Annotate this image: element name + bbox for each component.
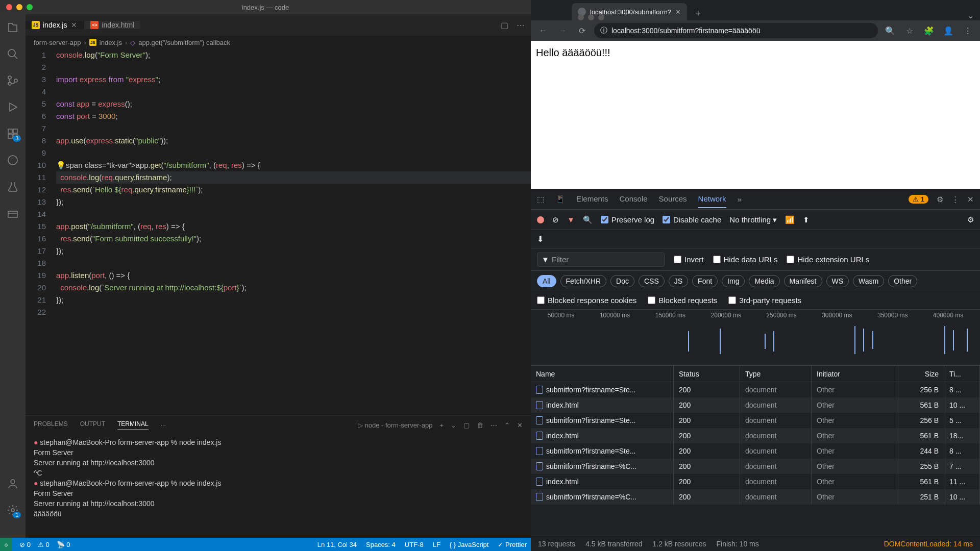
remote-indicator[interactable]: ⟐ xyxy=(0,538,12,551)
editor-tab[interactable]: <>index.html xyxy=(84,21,140,29)
indentation[interactable]: Spaces: 4 xyxy=(366,541,396,548)
terminal-task-dropdown[interactable]: ▷ node - form-server-app xyxy=(358,421,433,429)
terminal-content[interactable]: ● stephan@MacBook-Pro form-server-app % … xyxy=(26,434,531,538)
cursor-position[interactable]: Ln 11, Col 34 xyxy=(317,541,357,548)
timeline[interactable]: 50000 ms100000 ms150000 ms200000 ms25000… xyxy=(531,310,980,366)
column-header[interactable]: Status xyxy=(674,366,740,382)
forward-button[interactable]: → xyxy=(555,23,570,38)
warnings-badge[interactable]: ⚠ 1 xyxy=(909,195,928,204)
type-filter-manifest[interactable]: Manifest xyxy=(784,275,822,287)
panel-tab[interactable]: OUTPUT xyxy=(80,420,105,430)
filter-check[interactable]: Hide data URLs xyxy=(713,255,778,264)
search-icon[interactable] xyxy=(6,47,20,61)
type-filter-img[interactable]: Img xyxy=(722,275,745,287)
network-settings-icon[interactable]: ⚙ xyxy=(967,215,974,224)
devtools-tab-console[interactable]: Console xyxy=(620,190,648,208)
devtools-tab-network[interactable]: Network xyxy=(698,190,726,208)
type-filter-media[interactable]: Media xyxy=(749,275,779,287)
column-header[interactable]: Initiator xyxy=(812,366,898,382)
network-row[interactable]: submitform?firstname=Ste...200documentOt… xyxy=(531,443,980,459)
explorer-icon[interactable] xyxy=(6,20,20,35)
containers-icon[interactable] xyxy=(6,206,20,220)
network-row[interactable]: submitform?firstname=Ste...200documentOt… xyxy=(531,413,980,428)
testing-icon[interactable] xyxy=(6,180,20,194)
breadcrumb[interactable]: form-server-app › JS index.js › ◇ app.ge… xyxy=(26,36,531,49)
chrome-menu-icon[interactable]: ⌄ xyxy=(967,11,974,20)
type-filter-css[interactable]: CSS xyxy=(639,275,665,287)
network-row[interactable]: submitform?firstname=Ste...200documentOt… xyxy=(531,382,980,397)
column-header[interactable]: Size xyxy=(898,366,944,382)
close-devtools-icon[interactable]: ✕ xyxy=(967,195,974,204)
network-row[interactable]: submitform?firstname=%C...200documentOth… xyxy=(531,459,980,474)
kill-terminal-icon[interactable]: 🗑 xyxy=(477,421,483,429)
column-header[interactable]: Ti... xyxy=(944,366,980,382)
search-icon[interactable]: 🔍 xyxy=(583,215,593,224)
type-filter-js[interactable]: JS xyxy=(669,275,688,287)
minimize-window-button[interactable] xyxy=(16,4,22,10)
network-row[interactable]: index.html200documentOther561 B10 ... xyxy=(531,397,980,413)
panel-tab[interactable]: TERMINAL xyxy=(117,420,149,430)
filter-input[interactable]: ▼ Filter xyxy=(537,253,665,267)
maximize-panel-icon[interactable]: ⌃ xyxy=(504,421,510,429)
eol[interactable]: LF xyxy=(433,541,440,548)
extensions-icon[interactable]: 🧩 xyxy=(922,23,936,38)
close-window-button[interactable] xyxy=(578,14,584,20)
back-button[interactable]: ← xyxy=(536,23,550,38)
close-panel-icon[interactable]: ✕ xyxy=(517,421,523,429)
errors-count[interactable]: ⊘ 0 xyxy=(19,541,31,548)
devtools-tab-elements[interactable]: Elements xyxy=(576,190,608,208)
new-terminal-icon[interactable]: + xyxy=(439,421,444,429)
prettier-status[interactable]: ✓ Prettier xyxy=(498,541,527,548)
encoding[interactable]: UTF-8 xyxy=(405,541,424,548)
port-count[interactable]: 📡 0 xyxy=(57,541,70,548)
remote-icon[interactable] xyxy=(6,153,20,167)
site-info-icon[interactable]: ⓘ xyxy=(600,26,607,35)
panel-tab[interactable]: PROBLEMS xyxy=(34,420,68,430)
blocked-check[interactable]: Blocked response cookies xyxy=(537,296,636,305)
close-window-button[interactable] xyxy=(6,4,12,10)
type-filter-wasm[interactable]: Wasm xyxy=(853,275,884,287)
kebab-icon[interactable]: ⋮ xyxy=(951,195,959,204)
network-row[interactable]: index.html200documentOther561 B11 ... xyxy=(531,474,980,489)
import-har-icon[interactable]: ⬆ xyxy=(803,215,810,224)
settings-icon[interactable]: 1 xyxy=(6,503,20,517)
inspect-icon[interactable]: ⬚ xyxy=(537,195,544,204)
new-tab-button[interactable]: + xyxy=(691,6,705,20)
maximize-window-button[interactable] xyxy=(27,4,33,10)
more-icon[interactable]: ⋯ xyxy=(491,421,497,429)
filter-check[interactable]: Hide extension URLs xyxy=(787,255,869,264)
devtools-tab-sources[interactable]: Sources xyxy=(659,190,687,208)
record-button[interactable] xyxy=(537,216,544,223)
column-header[interactable]: Type xyxy=(740,366,812,382)
bookmark-icon[interactable]: ☆ xyxy=(902,23,917,38)
editor-tab[interactable]: JSindex.js✕ xyxy=(26,21,84,29)
more-actions-icon[interactable]: ⋯ xyxy=(517,20,525,30)
code-content[interactable]: console.log("Form Server"); import expre… xyxy=(56,49,531,415)
filter-check[interactable]: Invert xyxy=(674,255,704,264)
run-debug-icon[interactable] xyxy=(6,100,20,114)
column-header[interactable]: Name xyxy=(531,366,674,382)
account-icon[interactable] xyxy=(6,477,20,491)
kebab-menu-icon[interactable]: ⋮ xyxy=(961,23,975,38)
network-row[interactable]: index.html200documentOther561 B18... xyxy=(531,428,980,443)
filter-toggle-icon[interactable]: ▼ xyxy=(567,215,575,224)
settings-icon[interactable]: ⚙ xyxy=(937,195,943,204)
address-bar[interactable]: ⓘ localhost:3000/submitform?firstname=ää… xyxy=(594,23,878,38)
maximize-window-button[interactable] xyxy=(598,14,604,20)
type-filter-all[interactable]: All xyxy=(537,275,556,287)
export-har-icon[interactable]: ⬇ xyxy=(537,234,544,244)
type-filter-ws[interactable]: WS xyxy=(826,275,849,287)
more-tabs-icon[interactable]: » xyxy=(738,195,742,204)
split-terminal-icon[interactable]: ▢ xyxy=(463,421,470,429)
terminal-dropdown-icon[interactable]: ⌄ xyxy=(451,421,456,429)
blocked-check[interactable]: 3rd-party requests xyxy=(728,296,801,305)
type-filter-doc[interactable]: Doc xyxy=(610,275,634,287)
type-filter-font[interactable]: Font xyxy=(692,275,718,287)
zoom-icon[interactable]: 🔍 xyxy=(883,23,897,38)
disable-cache-checkbox[interactable]: Disable cache xyxy=(663,215,721,224)
blocked-check[interactable]: Blocked requests xyxy=(648,296,717,305)
preserve-log-checkbox[interactable]: Preserve log xyxy=(601,215,654,224)
source-control-icon[interactable] xyxy=(6,73,20,88)
reload-button[interactable]: ⟳ xyxy=(575,23,589,38)
panel-tab[interactable]: ... xyxy=(161,420,166,430)
